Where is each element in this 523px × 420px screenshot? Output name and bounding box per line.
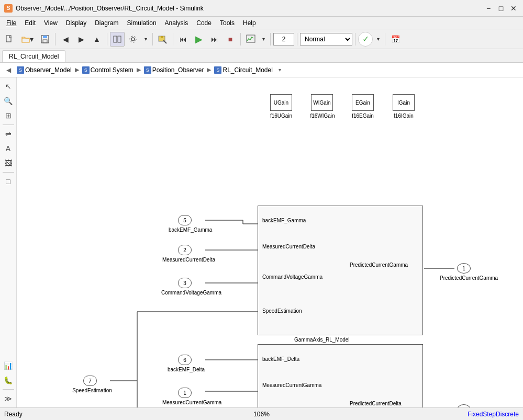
inport-1-label: MeasuredCurrentGamma [162,400,209,405]
inport-7-circle: 7 [83,376,97,386]
inport-2[interactable]: 2 [175,245,194,255]
window-controls: − □ ✕ [483,3,519,14]
close-button[interactable]: ✕ [508,3,519,14]
egain-sublabel: f16EGain [346,113,380,119]
menu-simulation[interactable]: Simulation [123,18,161,28]
breadcrumb-arrow-0: ▶ [75,66,79,73]
prefs-dropdown[interactable]: ▾ [141,32,150,47]
menu-view[interactable]: View [40,18,62,28]
text-button[interactable]: A [2,142,15,155]
sb-sep-3 [3,389,14,390]
select-tool-button[interactable]: ↖ [2,80,15,93]
wigain-block[interactable]: WIGain [311,94,333,111]
menu-diagram[interactable]: Diagram [91,18,123,28]
egain-block[interactable]: EGain [352,94,374,111]
signal-viewer-button[interactable]: 📊 [2,359,15,372]
zoom-in-button[interactable] [155,32,170,47]
menubar: File Edit View Display Diagram Simulatio… [0,17,523,29]
zoom-in-sidebar-button[interactable]: 🔍 [2,94,15,108]
outport-1-circle: 1 [457,263,471,274]
inport-3[interactable]: 3 [175,278,194,288]
calendar-button[interactable]: 📅 [388,32,403,47]
back-button[interactable]: ◀ [58,32,73,47]
breadcrumb-arrow-2: ▶ [207,66,211,73]
inport-2-label: MeasuredCurrentDelta [162,257,209,263]
canvas[interactable]: UGain f16UGain WIGain f16WIGain EGain f1… [17,77,523,407]
inport-7-label: SpeedEstimation [72,388,112,393]
menu-display[interactable]: Display [62,18,91,28]
svg-rect-5 [118,36,121,42]
prefs-button[interactable] [126,32,140,47]
stop-button[interactable]: ■ [223,32,238,47]
svg-point-7 [130,36,136,42]
igain-label: IGain [397,100,410,106]
step-back-button[interactable]: ⏮ [176,32,191,47]
forward-button[interactable]: ▶ [74,32,88,47]
outport-1[interactable]: 1 [454,263,473,274]
expand-button[interactable]: ≫ [2,392,15,405]
simulation-mode-select[interactable]: Normal Accelerator Rapid Accelerator [300,33,352,46]
breadcrumb-item-2[interactable]: S Position_Observer [142,65,206,75]
maximize-button[interactable]: □ [496,3,506,14]
inport-5-label: backEMF_Gamma [169,227,202,233]
save-button[interactable] [38,32,52,47]
library-button[interactable] [110,32,125,47]
step-forward-button[interactable]: ⏭ [207,32,222,47]
inport-6[interactable]: 6 [175,355,194,365]
gamma-subsystem-label: GammaAxis_RL_Model [294,337,350,343]
breadcrumb-back-button[interactable]: ◀ [3,65,14,75]
igain-block[interactable]: IGain [393,94,415,111]
inport-7[interactable]: 7 [81,376,99,386]
open-dropdown-button[interactable]: ▾ [18,32,37,47]
scope-dropdown[interactable]: ▾ [259,32,268,47]
annotation-button[interactable]: □ [2,175,15,188]
svg-rect-0 [6,36,11,42]
separator-5 [240,33,241,46]
breadcrumb-label-0: Observer_Model [25,66,72,74]
debug-button[interactable]: 🐛 [2,373,15,387]
zoom-input[interactable] [273,33,294,46]
svg-rect-2 [43,36,47,38]
breadcrumb-label-3: RL_Circuit_Model [222,66,272,74]
image-button[interactable]: 🖼 [2,156,15,170]
breadcrumb-item-1[interactable]: S Control System [80,65,136,75]
port-label-button[interactable]: ⇌ [2,127,15,141]
gamma-subsystem[interactable]: backEMF_Gamma MeasuredCurrentDelta Comma… [258,206,423,335]
menu-file[interactable]: File [2,18,20,28]
inport-5[interactable]: 5 [175,215,194,225]
delta-port-predictedcurrent: PredictedCurrentDelta [350,401,402,406]
delta-subsystem[interactable]: backEMF_Delta MeasuredCurrentGamma Comma… [258,344,423,407]
inport-1[interactable]: 1 [175,388,194,398]
menu-tools[interactable]: Tools [216,18,239,28]
new-button[interactable] [2,32,17,47]
statusbar: Ready 106% FixedStepDiscrete [0,407,523,420]
separator-9 [385,33,385,46]
left-sidebar: ↖ 🔍 ⊞ ⇌ A 🖼 □ 📊 🐛 ≫ [0,77,17,407]
scope-button[interactable] [243,32,258,47]
main-area: ↖ 🔍 ⊞ ⇌ A 🖼 □ 📊 🐛 ≫ [0,77,523,407]
window-title: Observer_Model/.../Position_Observer/RL_… [16,5,483,12]
play-button[interactable]: ▶ [192,32,206,47]
menu-edit[interactable]: Edit [20,18,40,28]
delta-port-measuredcurrent: MeasuredCurrentGamma [262,382,321,388]
gamma-port-speedestimation: SpeedEstimation [262,308,302,314]
gamma-port-commandvoltage: CommandVoltageGamma [262,274,322,280]
separator-6 [270,33,271,46]
gamma-port-measuredcurrent: MeasuredCurrentDelta [262,244,315,249]
menu-help[interactable]: Help [239,18,260,28]
inport-3-label: CommandVoltageGamma [161,290,212,296]
svg-point-6 [131,38,135,41]
fit-view-button[interactable]: ⊞ [2,109,15,122]
igain-sublabel: f16IGain [387,113,420,119]
run-status-dropdown[interactable]: ▾ [374,32,382,47]
menu-analysis[interactable]: Analysis [161,18,193,28]
outport-2[interactable]: 2 [454,404,473,407]
menu-code[interactable]: Code [192,18,216,28]
ugain-block[interactable]: UGain [270,94,292,111]
breadcrumb-item-3[interactable]: S RL_Circuit_Model [212,65,274,75]
breadcrumb-dropdown-button[interactable]: ▾ [276,66,284,74]
minimize-button[interactable]: − [483,3,494,14]
breadcrumb-item-0[interactable]: S Observer_Model [15,65,74,75]
up-button[interactable]: ▲ [90,32,104,47]
tab-rl-circuit-model[interactable]: RL_Circuit_Model [2,50,65,62]
